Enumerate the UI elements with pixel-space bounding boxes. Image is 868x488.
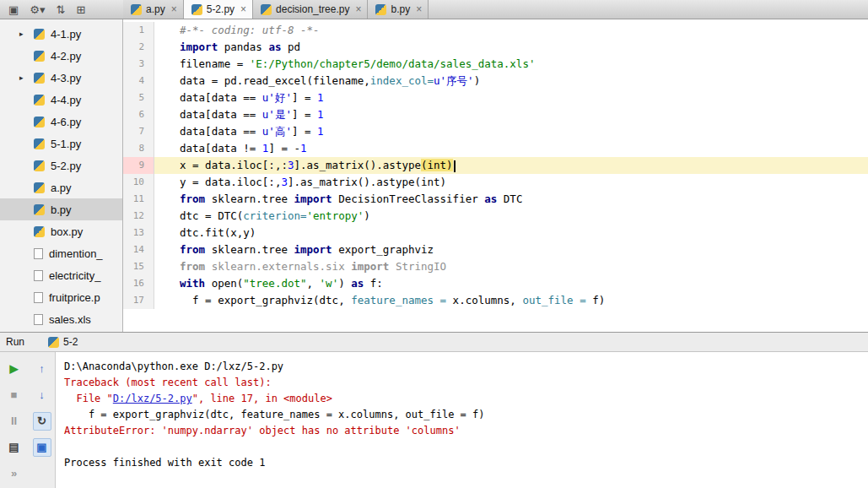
console-text: f = export_graphviz(dtc, feature_names =… xyxy=(64,409,485,420)
project-item-5-1.py[interactable]: 5-1.py xyxy=(0,133,122,155)
code-text: x = data.iloc[:,:3].as_matrix().astype(i… xyxy=(154,157,868,174)
code-line-13[interactable]: 13dtc.fit(x,y) xyxy=(123,225,868,241)
line-number[interactable]: 2 xyxy=(123,39,154,56)
code-line-12[interactable]: 12dtc = DTC(criterion='entropy') xyxy=(123,208,868,225)
code-line-5[interactable]: 5data[data == u'好'] = 1 xyxy=(123,89,868,106)
tab-close-icon[interactable]: × xyxy=(355,3,361,15)
step-down-button[interactable]: ↓ xyxy=(33,386,51,404)
editor-tabs: a.py×5-2.py×decision_tree.py×b.py× xyxy=(123,0,429,19)
project-item-4-4.py[interactable]: 4-4.py xyxy=(0,89,122,111)
line-number[interactable]: 16 xyxy=(123,275,154,292)
line-number[interactable]: 10 xyxy=(123,174,154,191)
code-line-15[interactable]: 15from sklearn.externals.six import Stri… xyxy=(123,258,868,275)
project-item-4-1.py[interactable]: ▸4-1.py xyxy=(0,23,122,45)
expand-arrow-icon[interactable]: ▸ xyxy=(19,73,24,82)
pin-button[interactable]: ▣ xyxy=(33,438,51,457)
project-item-5-2.py[interactable]: 5-2.py xyxy=(0,155,122,176)
code-line-3[interactable]: 3filename = 'E:/Python/chapter5/demo/dat… xyxy=(123,56,868,73)
line-number[interactable]: 3 xyxy=(123,56,154,73)
tab-b.py[interactable]: b.py× xyxy=(368,0,429,19)
run-panel-header: Run 5-2 xyxy=(0,333,868,352)
editor-code[interactable]: 1#-*- coding: utf-8 -*-2import pandas as… xyxy=(123,19,868,332)
project-item-label: b.py xyxy=(51,203,72,216)
run-button[interactable]: ▶ xyxy=(5,360,24,378)
settings-icon[interactable]: ⚙▾ xyxy=(30,4,45,15)
code-line-16[interactable]: 16with open("tree.dot", 'w') as f: xyxy=(123,275,868,292)
project-item-electricity_[interactable]: electricity_ xyxy=(0,264,122,286)
code-line-9[interactable]: 9x = data.iloc[:,:3].as_matrix().astype(… xyxy=(123,157,868,174)
sync-icon[interactable]: ⇅ xyxy=(56,4,65,15)
python-file-icon xyxy=(34,204,45,215)
line-number[interactable]: 1 xyxy=(123,22,154,39)
python-file-icon xyxy=(375,4,386,15)
line-number[interactable]: 5 xyxy=(123,89,154,106)
line-number[interactable]: 12 xyxy=(123,208,154,225)
code-line-7[interactable]: 7data[data == u'高'] = 1 xyxy=(123,123,868,140)
project-item-label: 4-4.py xyxy=(51,94,81,106)
line-number[interactable]: 8 xyxy=(123,140,154,157)
tab-close-icon[interactable]: × xyxy=(240,3,246,15)
tab-decision_tree.py[interactable]: decision_tree.py× xyxy=(253,0,368,19)
code-line-6[interactable]: 6data[data == u'是'] = 1 xyxy=(123,106,868,123)
project-item-a.py[interactable]: a.py xyxy=(0,176,122,198)
code-text: data[data == u'好'] = 1 xyxy=(154,89,868,106)
tab-close-icon[interactable]: × xyxy=(416,3,422,15)
project-item-b.py[interactable]: b.py xyxy=(0,198,122,220)
stack-trace-link[interactable]: D:/lxz/5-2.py xyxy=(113,393,192,404)
tab-5-2.py[interactable]: 5-2.py× xyxy=(184,0,253,19)
project-item-label: box.py xyxy=(51,225,83,238)
console-text: Process finished with exit code 1 xyxy=(64,457,265,469)
project-item-label: fruitprice.p xyxy=(49,291,100,304)
line-number[interactable]: 14 xyxy=(123,241,154,258)
project-item-dimention_[interactable]: dimention_ xyxy=(0,242,122,264)
console-button[interactable]: ▤ xyxy=(5,438,24,457)
code-line-4[interactable]: 4data = pd.read_excel(filename,index_col… xyxy=(123,73,868,89)
line-number[interactable]: 4 xyxy=(123,73,154,89)
line-number[interactable]: 15 xyxy=(123,258,154,275)
expand-arrow-icon[interactable]: ▸ xyxy=(19,30,24,38)
rerun-button[interactable]: ↻ xyxy=(33,412,51,431)
stop-button[interactable]: ■ xyxy=(5,386,24,404)
panels-icon[interactable]: ▣ xyxy=(8,4,19,15)
project-panel: ▸4-1.py4-2.py▸4-3.py4-4.py4-6.py5-1.py5-… xyxy=(0,19,123,332)
code-text: data[data == u'是'] = 1 xyxy=(154,106,868,123)
run-tab[interactable]: 5-2 xyxy=(40,334,86,350)
code-text: data[data == u'高'] = 1 xyxy=(154,123,868,140)
project-item-4-2.py[interactable]: 4-2.py xyxy=(0,45,122,67)
step-up-button[interactable]: ↑ xyxy=(33,360,51,378)
code-line-14[interactable]: 14from sklearn.tree import export_graphv… xyxy=(123,241,868,258)
project-item-label: a.py xyxy=(51,182,72,194)
code-text: import pandas as pd xyxy=(154,39,868,56)
code-line-1[interactable]: 1#-*- coding: utf-8 -*- xyxy=(123,22,868,39)
tab-a.py[interactable]: a.py× xyxy=(123,0,184,19)
python-file-icon xyxy=(48,337,59,348)
tab-close-icon[interactable]: × xyxy=(171,3,177,15)
hide-toolbar-button[interactable]: » xyxy=(5,464,24,483)
console-text: AttributeError: 'numpy.ndarray' object h… xyxy=(64,425,461,436)
project-item-fruitprice.p[interactable]: fruitprice.p xyxy=(0,286,122,308)
code-line-17[interactable]: 17 f = export_graphviz(dtc, feature_name… xyxy=(123,292,868,309)
python-file-icon xyxy=(34,226,45,237)
project-item-4-6.py[interactable]: 4-6.py xyxy=(0,111,122,133)
console-text: D:\Anaconda\python.exe D:/lxz/5-2.py xyxy=(64,361,283,372)
project-item-box.py[interactable]: box.py xyxy=(0,220,122,242)
code-text: dtc = DTC(criterion='entropy') xyxy=(154,208,868,225)
line-number[interactable]: 6 xyxy=(123,106,154,123)
run-console[interactable]: D:\Anaconda\python.exe D:/lxz/5-2.pyTrac… xyxy=(56,352,868,488)
line-number[interactable]: 9 xyxy=(123,157,154,174)
pause-button[interactable]: II xyxy=(5,412,24,431)
project-item-4-3.py[interactable]: ▸4-3.py xyxy=(0,67,122,89)
file-icon xyxy=(34,314,43,325)
project-item-label: 5-2.py xyxy=(51,160,81,172)
line-number[interactable]: 13 xyxy=(123,225,154,241)
code-line-10[interactable]: 10y = data.iloc[:,3].as_matrix().astype(… xyxy=(123,174,868,191)
code-line-11[interactable]: 11from sklearn.tree import DecisionTreeC… xyxy=(123,191,868,208)
line-number[interactable]: 17 xyxy=(123,292,154,309)
code-line-2[interactable]: 2import pandas as pd xyxy=(123,39,868,56)
project-item-sales.xls[interactable]: sales.xls xyxy=(0,308,122,330)
code-line-8[interactable]: 8data[data != 1] = -1 xyxy=(123,140,868,157)
python-file-icon xyxy=(34,160,45,171)
line-number[interactable]: 7 xyxy=(123,123,154,140)
line-number[interactable]: 11 xyxy=(123,191,154,208)
structure-icon[interactable]: ⊞ xyxy=(76,4,85,15)
